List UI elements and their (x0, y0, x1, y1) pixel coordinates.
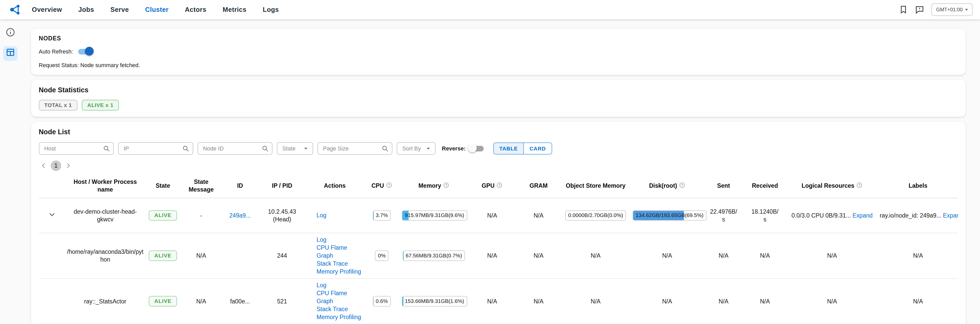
action-link-log[interactable]: Log (317, 211, 362, 219)
top-nav: OverviewJobsServeClusterActorsMetricsLog… (0, 0, 980, 19)
action-link-memory-profiling[interactable]: Memory Profiling (317, 268, 362, 276)
ip-pid-cell: 10.2.45.43(Head) (258, 198, 306, 233)
nav-tab-cluster[interactable]: Cluster (145, 6, 169, 13)
nav-tab-serve[interactable]: Serve (110, 6, 129, 13)
prev-page-button[interactable] (39, 161, 49, 171)
help-icon[interactable]: ? (496, 182, 503, 188)
column-header-actions: Actions (306, 173, 364, 198)
received-cell: N/A (743, 233, 786, 278)
help-icon[interactable]: ? (679, 182, 685, 188)
actions-cell: LogCPU Flame GraphStack TraceMemory Prof… (306, 278, 364, 324)
usage-fill (402, 297, 403, 306)
column-label: Logical Resources (802, 182, 854, 189)
filter-placeholder: State (283, 145, 296, 152)
gram-cell: N/A (517, 233, 561, 278)
nav-tab-actors[interactable]: Actors (185, 6, 206, 13)
cell-line: s (746, 216, 784, 223)
column-header-memory: Memory? (400, 173, 468, 198)
logical-resources-cell: N/A (786, 278, 878, 324)
column-label: Host / Worker Process name (73, 178, 137, 193)
view-toggle: TABLECARD (493, 143, 552, 154)
action-link-log[interactable]: Log (317, 281, 362, 289)
nav-tab-jobs[interactable]: Jobs (78, 6, 94, 13)
ip-pid-cell: 244 (258, 233, 306, 278)
expand-row-button[interactable] (47, 210, 57, 219)
filter-ip[interactable]: IP (118, 142, 193, 155)
filter-sort-by[interactable]: Sort By (397, 142, 436, 155)
host-cell: /home/ray/anaconda3/bin/python (65, 233, 145, 278)
cell-line: (Head) (260, 216, 304, 223)
sent-cell: N/A (703, 278, 743, 324)
filter-host[interactable]: Host (39, 142, 114, 155)
filter-state[interactable]: State (277, 142, 313, 155)
column-label: State Message (189, 178, 213, 193)
column-header-disk-root: Disk(root)? (631, 173, 704, 198)
column-header-cpu: CPU? (364, 173, 400, 198)
request-status: Request Status: Node summary fetched. (39, 62, 958, 69)
action-link-cpu-flame-graph[interactable]: CPU Flame Graph (317, 289, 362, 305)
node-id: fa00e... (230, 298, 250, 305)
state-message-cell: - (180, 198, 222, 233)
search-icon (182, 145, 189, 152)
memory-usage-bar: 67.56MB/9.31GB(0.7%) (402, 251, 465, 261)
action-link-log[interactable]: Log (317, 236, 362, 244)
svg-text:?: ? (858, 183, 861, 187)
column-header-state: State (145, 173, 181, 198)
usage-label: 0.0000B/2.70GB(0.0%) (568, 212, 623, 218)
help-icon[interactable]: ? (386, 182, 392, 188)
reverse-toggle[interactable] (469, 145, 484, 153)
chevron-down-icon (302, 145, 310, 152)
sidebar-item-info[interactable] (3, 26, 18, 41)
column-header-labels: Labels (878, 173, 958, 198)
view-mode-table[interactable]: TABLE (493, 143, 524, 154)
node-row: dev-demo-cluster-head-gkwcvALIVE-249a9..… (39, 198, 958, 233)
cpu-usage-bar: 3.7% (373, 210, 391, 221)
auto-refresh-label: Auto Refresh: (39, 48, 73, 55)
state-chip: ALIVE (149, 296, 177, 307)
usage-label: 915.97MB/9.31GB(9.6%) (405, 212, 464, 218)
timezone-select[interactable]: GMT+01:00 (931, 3, 972, 16)
next-page-button[interactable] (63, 161, 73, 171)
column-label: GPU (482, 182, 495, 189)
column-header-expand (39, 173, 65, 198)
action-link-stack-trace[interactable]: Stack Trace (317, 305, 362, 313)
logical-resources-expand-link[interactable]: Expand (853, 212, 872, 219)
memory-usage-bar: 153.66MB/9.31GB(1.6%) (402, 296, 467, 307)
feedback-icon[interactable] (915, 5, 924, 14)
page-number[interactable]: 1 (51, 160, 61, 171)
disk-cell: N/A (631, 233, 704, 278)
node-list-title: Node List (39, 128, 958, 136)
actions-cell: LogCPU Flame GraphStack TraceMemory Prof… (306, 233, 364, 278)
nav-tab-overview[interactable]: Overview (32, 6, 62, 13)
state-cell: ALIVE (145, 233, 181, 278)
nav-tab-logs[interactable]: Logs (262, 6, 279, 13)
help-icon[interactable]: ? (856, 182, 862, 188)
cpu-usage-bar: 0% (375, 251, 388, 261)
sidebar-item-node-table[interactable] (3, 46, 18, 61)
chevron-down-icon (963, 6, 970, 13)
memory-usage-bar: 915.97MB/9.31GB(9.6%) (402, 210, 467, 221)
usage-fill (373, 211, 374, 220)
labels-expand-link[interactable]: Expand (943, 212, 958, 219)
action-link-stack-trace[interactable]: Stack Trace (317, 260, 362, 268)
cpu-cell: 0% (364, 233, 400, 278)
filter-node-id[interactable]: Node ID (197, 142, 273, 155)
help-icon[interactable]: ? (443, 182, 449, 188)
actions-cell: Log (306, 198, 364, 233)
action-link-cpu-flame-graph[interactable]: CPU Flame Graph (317, 244, 362, 260)
column-label: CPU (372, 182, 384, 189)
view-mode-card[interactable]: CARD (524, 143, 552, 154)
cell-line: s (705, 216, 742, 223)
bookmark-icon[interactable] (899, 5, 908, 14)
node-id[interactable]: 249a9... (229, 212, 251, 219)
node-row: ray::_StatsActorALIVEN/Afa00e...521LogCP… (39, 278, 958, 324)
usage-label: 134.62GB/193.65GB(69.5%) (635, 212, 703, 218)
nav-tab-metrics[interactable]: Metrics (223, 6, 247, 13)
state-cell: ALIVE (145, 278, 181, 324)
filter-placeholder: Sort By (402, 145, 421, 152)
filter-page-size[interactable]: Page Size (318, 142, 393, 155)
sent-cell: N/A (703, 233, 743, 278)
nodes-panel: NODES Auto Refresh: Request Status: Node… (31, 29, 966, 75)
action-link-memory-profiling[interactable]: Memory Profiling (317, 313, 362, 321)
auto-refresh-toggle[interactable] (78, 48, 93, 56)
